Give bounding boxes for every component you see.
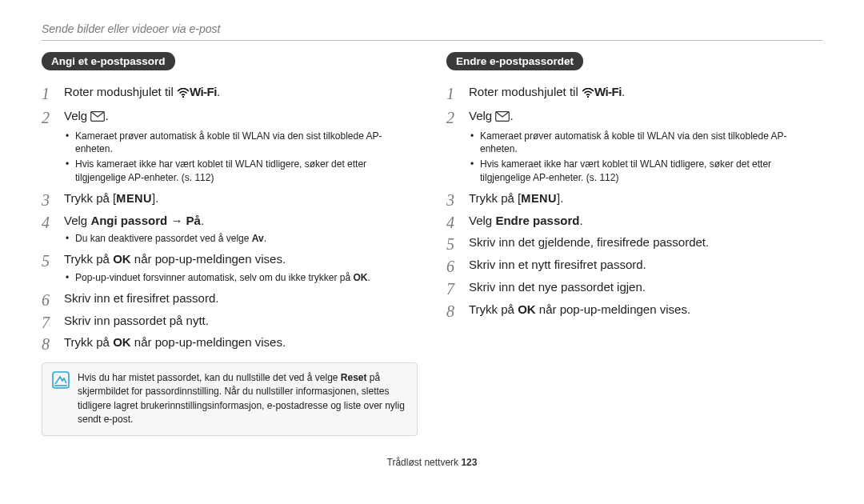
step-6: Skriv inn et nytt firesifret passord. xyxy=(446,256,822,274)
step-text: Velg xyxy=(469,109,495,122)
header-rule xyxy=(42,40,822,41)
bullet-text: Du kan deaktivere passordet ved å velge xyxy=(75,233,252,244)
footer-label: Trådløst nettverk xyxy=(387,457,462,468)
step-3: Trykk på [MENU]. xyxy=(42,190,418,207)
step-text: når pop-up-meldingen vises. xyxy=(536,302,690,316)
section-title-right: Endre e-postpassordet xyxy=(446,52,583,70)
bullet: Hvis kameraet ikke har vært koblet til W… xyxy=(64,158,418,185)
arrow-icon: → xyxy=(167,214,186,227)
step-text: Velg xyxy=(64,109,90,122)
note-text-bold: Reset xyxy=(341,372,367,383)
menu-label: MENU xyxy=(116,192,152,205)
bullet-text: . xyxy=(367,272,370,283)
wifi-label: Wi-Fi xyxy=(594,85,622,98)
step-text: . xyxy=(510,109,513,122)
step-bold: På xyxy=(186,214,201,227)
note-text: Hvis du har mistet passordet, kan du nul… xyxy=(78,371,407,427)
page-footer: Trådløst nettverk 123 xyxy=(42,457,822,468)
wifi-label: Wi-Fi xyxy=(190,85,217,98)
step-text: Trykk på xyxy=(469,302,518,316)
envelope-icon xyxy=(495,109,510,126)
step-4: Velg Endre passord. xyxy=(446,212,822,230)
columns: Angi et e-postpassord Roter modushjulet … xyxy=(42,52,822,436)
bullet: Pop-up-vinduet forsvinner automatisk, se… xyxy=(64,271,418,285)
step-5: Skriv inn det gjeldende, firesifrede pas… xyxy=(446,234,822,251)
step-2-bullets: Kameraet prøver automatisk å koble til W… xyxy=(64,130,418,185)
step-7: Skriv inn passordet på nytt. xyxy=(42,312,418,330)
step-bold: Endre passord xyxy=(495,214,579,227)
step-3: Trykk på [MENU]. xyxy=(446,190,822,207)
step-text: Roter modushjulet til xyxy=(469,85,582,98)
step-text: Trykk på [ xyxy=(469,191,521,205)
note-text-pre: Hvis du har mistet passordet, kan du nul… xyxy=(78,372,341,383)
bullet-bold: OK xyxy=(353,272,367,283)
page-number: 123 xyxy=(461,457,477,468)
step-8: Trykk på OK når pop-up-meldingen vises. xyxy=(446,301,822,318)
bullet-bold: Av xyxy=(252,233,264,244)
steps-left: Roter modushjulet til Wi-Fi. Velg . Kame… xyxy=(42,83,418,351)
step-4-bullets: Du kan deaktivere passordet ved å velge … xyxy=(64,232,418,246)
step-8: Trykk på OK når pop-up-meldingen vises. xyxy=(42,334,418,351)
bullet: Kameraet prøver automatisk å koble til W… xyxy=(64,130,418,157)
step-text: Velg xyxy=(469,214,495,227)
step-text: Roter modushjulet til xyxy=(64,85,177,98)
step-1: Roter modushjulet til Wi-Fi. xyxy=(446,83,822,102)
step-text: Trykk på xyxy=(64,335,113,349)
step-bold: OK xyxy=(113,252,131,266)
bullet: Kameraet prøver automatisk å koble til W… xyxy=(469,130,822,157)
running-header: Sende bilder eller videoer via e-post xyxy=(42,22,822,35)
step-bold: OK xyxy=(518,302,536,316)
wifi-icon xyxy=(177,85,190,102)
note-box: Hvis du har mistet passordet, kan du nul… xyxy=(42,362,418,436)
step-2: Velg . Kameraet prøver automatisk å kobl… xyxy=(42,107,418,185)
bullet: Hvis kameraet ikke har vært koblet til W… xyxy=(469,158,822,185)
svg-point-4 xyxy=(587,96,589,98)
left-column: Angi et e-postpassord Roter modushjulet … xyxy=(42,52,418,436)
step-5-bullets: Pop-up-vinduet forsvinner automatisk, se… xyxy=(64,271,418,285)
step-1: Roter modushjulet til Wi-Fi. xyxy=(42,83,418,102)
right-column: Endre e-postpassordet Roter modushjulet … xyxy=(446,52,822,436)
step-2: Velg . Kameraet prøver automatisk å kobl… xyxy=(446,107,822,185)
svg-point-0 xyxy=(182,96,184,98)
step-text: . xyxy=(622,85,625,98)
step-text: når pop-up-meldingen vises. xyxy=(131,335,286,349)
step-text: ]. xyxy=(557,191,563,205)
step-4: Velg Angi passord → På. Du kan deaktiver… xyxy=(42,212,418,246)
bullet: Du kan deaktivere passordet ved å velge … xyxy=(64,232,418,246)
bullet-text: . xyxy=(264,233,266,244)
step-text: når pop-up-meldingen vises. xyxy=(131,252,286,266)
menu-label: MENU xyxy=(521,192,557,205)
step-text: . xyxy=(201,214,204,227)
step-text: . xyxy=(105,109,108,122)
step-5: Trykk på OK når pop-up-meldingen vises. … xyxy=(42,250,418,285)
step-text: Velg xyxy=(64,214,90,227)
bullet-text: Pop-up-vinduet forsvinner automatisk, se… xyxy=(75,272,353,283)
step-text: Trykk på xyxy=(64,252,113,266)
step-text: . xyxy=(579,214,582,227)
steps-right: Roter modushjulet til Wi-Fi. Velg . Kame… xyxy=(446,83,822,318)
step-bold: Angi passord xyxy=(90,214,167,227)
step-2-bullets: Kameraet prøver automatisk å koble til W… xyxy=(469,130,822,185)
step-text: Trykk på [ xyxy=(64,191,116,205)
step-bold: OK xyxy=(113,335,131,349)
step-text: ]. xyxy=(152,191,158,205)
section-title-left: Angi et e-postpassord xyxy=(42,52,175,70)
step-6: Skriv inn et firesifret passord. xyxy=(42,290,418,307)
note-icon xyxy=(52,371,70,427)
envelope-icon xyxy=(90,109,105,126)
step-text: . xyxy=(217,85,220,98)
step-7: Skriv inn det nye passordet igjen. xyxy=(446,278,822,296)
wifi-icon xyxy=(582,85,594,102)
document-page: Sende bilder eller videoer via e-post An… xyxy=(0,0,864,482)
